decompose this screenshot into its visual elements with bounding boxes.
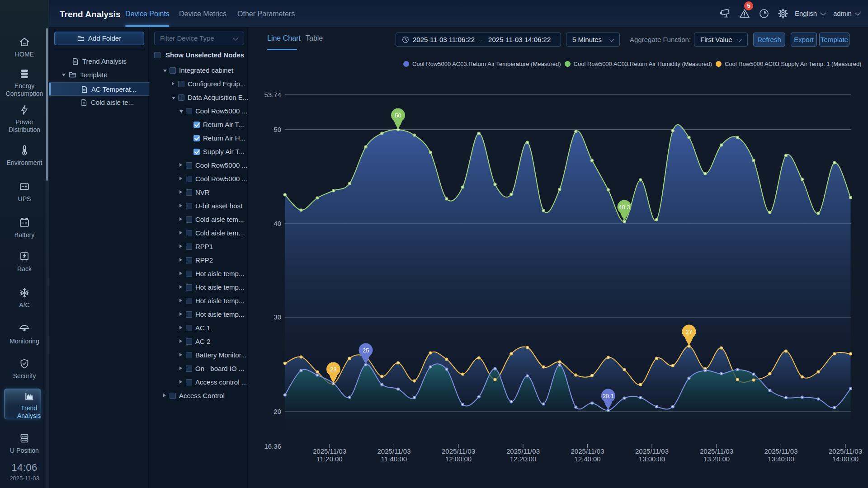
svg-text:30: 30	[274, 313, 281, 321]
svg-text:2025/11/03: 2025/11/03	[635, 447, 669, 455]
svg-text:11:40:00: 11:40:00	[381, 455, 407, 463]
svg-text:2025/11/03: 2025/11/03	[571, 447, 604, 455]
svg-text:27: 27	[686, 328, 692, 335]
svg-text:50: 50	[395, 112, 401, 119]
svg-text:14:00:00: 14:00:00	[832, 455, 859, 463]
svg-text:2025/11/03: 2025/11/03	[377, 447, 411, 455]
svg-text:40: 40	[274, 220, 281, 227]
svg-text:13:00:00: 13:00:00	[639, 455, 665, 463]
svg-text:50: 50	[274, 126, 281, 133]
svg-text:20.1: 20.1	[603, 393, 614, 399]
svg-text:12:00:00: 12:00:00	[445, 455, 472, 463]
svg-text:2025/11/03: 2025/11/03	[700, 447, 733, 455]
svg-text:2025/11/03: 2025/11/03	[829, 447, 862, 455]
svg-text:13:20:00: 13:20:00	[703, 455, 730, 463]
svg-text:2025/11/03: 2025/11/03	[313, 447, 346, 455]
svg-text:2025/11/03: 2025/11/03	[442, 447, 475, 455]
svg-text:40.3: 40.3	[618, 204, 630, 211]
svg-text:2025/11/03: 2025/11/03	[764, 447, 798, 455]
svg-text:12:40:00: 12:40:00	[574, 455, 600, 463]
svg-text:53.74: 53.74	[264, 91, 281, 99]
svg-text:12:20:00: 12:20:00	[510, 455, 536, 463]
svg-text:2025/11/03: 2025/11/03	[506, 447, 540, 455]
svg-text:16.36: 16.36	[264, 442, 281, 450]
svg-text:13:40:00: 13:40:00	[768, 455, 794, 463]
svg-text:25: 25	[363, 347, 369, 354]
svg-text:20: 20	[274, 408, 281, 415]
svg-text:11:20:00: 11:20:00	[316, 455, 342, 463]
svg-text:23: 23	[330, 366, 336, 373]
